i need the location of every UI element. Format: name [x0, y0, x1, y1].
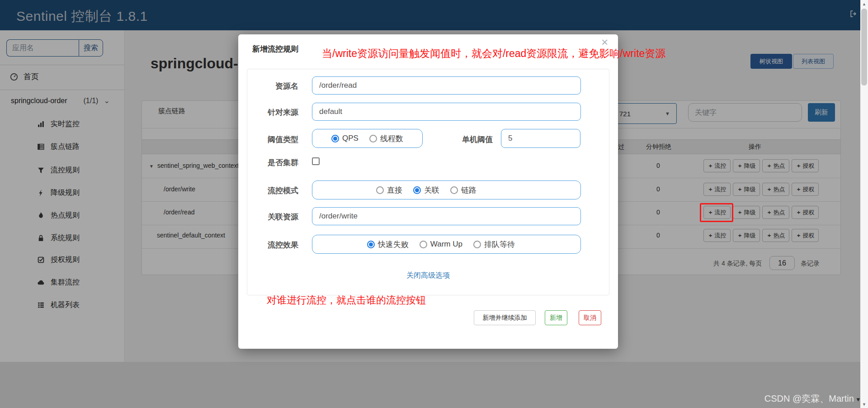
resource-label: 资源名	[249, 81, 298, 91]
add-button[interactable]: 新增	[545, 310, 567, 325]
grade-radio-group: QPS 线程数	[312, 129, 423, 148]
radio-chain[interactable]: 链路	[450, 185, 476, 195]
ref-resource-label: 关联资源	[249, 212, 298, 222]
radio-associate[interactable]: 关联	[413, 185, 439, 195]
behavior-label: 流控效果	[249, 240, 298, 250]
count-label: 单机阈值	[443, 134, 493, 145]
count-input[interactable]	[501, 129, 580, 148]
origin-input[interactable]	[312, 103, 581, 121]
radio-label: Warm Up	[430, 240, 462, 249]
ref-resource-input[interactable]	[312, 207, 581, 225]
resource-input[interactable]	[312, 76, 581, 95]
radio-label: 链路	[461, 185, 476, 195]
behavior-radio-group: 快速失败 Warm Up 排队等待	[312, 235, 581, 254]
add-and-continue-button[interactable]: 新增并继续添加	[474, 310, 536, 325]
radio-label: 直接	[387, 185, 402, 195]
radio-icon	[450, 186, 458, 194]
strategy-label: 流控模式	[249, 185, 298, 196]
origin-label: 针对来源	[249, 107, 298, 118]
radio-icon	[473, 241, 481, 248]
radio-label: 排队等待	[484, 239, 515, 250]
annotation-highlight-box	[700, 203, 733, 222]
close-advanced-options-link[interactable]: 关闭高级选项	[383, 271, 473, 280]
radio-label: QPS	[342, 134, 359, 143]
cancel-button[interactable]: 取消	[579, 310, 601, 325]
csdn-watermark: CSDN @奕霖、Martin ▾	[764, 393, 860, 405]
radio-icon	[376, 186, 384, 194]
radio-qps[interactable]: QPS	[331, 134, 359, 143]
page: Sentinel 控制台 1.8.1 注销 搜索 首页 springcloud-…	[0, 0, 868, 408]
scroll-down-icon[interactable]: ▼	[860, 400, 868, 408]
annotation-top: 当/write资源访问量触发闻值时，就会对/read资源限流，避免影响/writ…	[322, 47, 665, 61]
radio-label: 线程数	[380, 133, 403, 144]
radio-thread[interactable]: 线程数	[369, 133, 403, 144]
cluster-checkbox[interactable]	[312, 157, 320, 165]
strategy-radio-group: 直接 关联 链路	[312, 180, 581, 199]
radio-direct[interactable]: 直接	[376, 185, 402, 195]
radio-icon	[420, 241, 427, 248]
radio-icon	[369, 135, 377, 142]
radio-fast-fail[interactable]: 快速失败	[367, 239, 409, 250]
radio-warm-up[interactable]: Warm Up	[420, 240, 462, 249]
scroll-up-icon[interactable]: ▲	[860, 0, 868, 8]
cluster-label: 是否集群	[249, 157, 298, 168]
radio-label: 关联	[424, 185, 439, 195]
radio-label: 快速失败	[378, 239, 409, 250]
radio-selected-icon	[367, 241, 375, 248]
dialog-title: 新增流控规则	[252, 44, 298, 54]
radio-selected-icon	[413, 186, 421, 194]
radio-selected-icon	[331, 135, 339, 142]
watermark-cursor: ▾	[856, 395, 860, 403]
grade-label: 阈值类型	[249, 134, 298, 145]
radio-queue-wait[interactable]: 排队等待	[473, 239, 515, 250]
watermark-text: CSDN @奕霖、Martin	[764, 394, 854, 403]
scrollbar-thumb[interactable]	[861, 9, 867, 85]
annotation-bottom: 对谁进行流控，就点击谁的流控按钮	[267, 294, 426, 307]
